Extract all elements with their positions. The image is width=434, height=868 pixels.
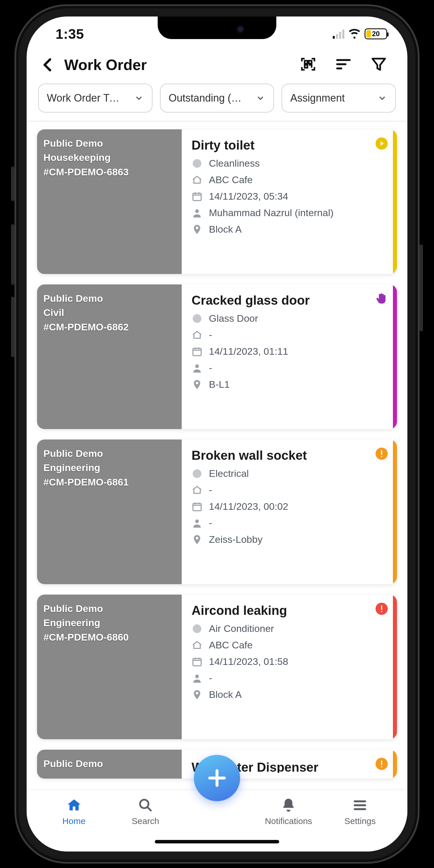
wifi-icon xyxy=(348,27,361,40)
row-location: B-L1 xyxy=(191,379,387,390)
svg-rect-2 xyxy=(305,65,308,68)
svg-rect-29 xyxy=(381,611,382,612)
row-place: - xyxy=(191,484,387,496)
overlay-line: Housekeeping xyxy=(43,151,179,165)
phone-frame: 1:35 20 Work xyxy=(14,4,420,864)
row-place: ABC Cafe xyxy=(191,174,387,185)
row-location: Block A xyxy=(191,224,387,235)
pin-icon xyxy=(191,379,203,390)
calendar-icon xyxy=(191,191,203,202)
back-button[interactable] xyxy=(40,57,56,73)
work-order-thumbnail: Public DemoCivil#CM-PDEMO-6862 xyxy=(37,284,182,429)
svg-rect-36 xyxy=(381,761,382,765)
priority-stripe xyxy=(393,129,397,274)
filter-assignment[interactable]: Assignment xyxy=(281,84,396,113)
dot-icon xyxy=(191,468,203,479)
dot-icon xyxy=(191,313,203,324)
overlay-line: Public Demo xyxy=(43,601,179,616)
work-order-title: Broken wall socket xyxy=(191,448,387,463)
plus-icon xyxy=(206,767,228,789)
tab-search[interactable]: Search xyxy=(117,797,175,826)
svg-rect-37 xyxy=(381,766,382,767)
row-datetime: 14/11/2023, 05:34 xyxy=(191,191,387,202)
filter-work-order-type[interactable]: Work Order Type xyxy=(38,84,153,113)
work-order-list[interactable]: Public DemoHousekeeping#CM-PDEMO-6863Dir… xyxy=(27,122,407,792)
svg-rect-1 xyxy=(309,61,312,64)
filter-bar: Work Order Type Outstanding (O… Assignme… xyxy=(27,83,407,122)
thumbnail-overlay: Public DemoEngineering#CM-PDEMO-6860 xyxy=(43,601,179,644)
house-icon xyxy=(191,330,203,341)
calendar-icon xyxy=(191,346,203,357)
overlay-line: Public Demo xyxy=(43,446,179,461)
tab-home[interactable]: Home xyxy=(45,797,103,826)
work-order-thumbnail: Public Demo xyxy=(37,750,182,779)
cell-signal-icon xyxy=(333,29,344,39)
tab-settings[interactable]: Settings xyxy=(331,797,389,826)
dot-icon xyxy=(191,623,203,634)
overlay-line: Public Demo xyxy=(43,136,179,151)
row-assignee: - xyxy=(191,673,387,684)
row-place: - xyxy=(191,329,387,341)
row-category: Cleanliness xyxy=(191,158,387,169)
row-location: Block A xyxy=(191,689,387,700)
status-badge-icon xyxy=(375,447,388,460)
tab-label: Settings xyxy=(344,816,376,826)
status-badge-icon xyxy=(375,137,388,150)
person-icon xyxy=(191,208,203,218)
overlay-line: #CM-PDEMO-6862 xyxy=(43,320,179,334)
work-order-card[interactable]: Public DemoEngineering#CM-PDEMO-6861Brok… xyxy=(37,439,397,584)
page-title: Work Order xyxy=(64,56,147,73)
thumbnail-overlay: Public Demo xyxy=(43,756,179,771)
svg-rect-22 xyxy=(193,503,202,510)
row-datetime: 14/11/2023, 01:11 xyxy=(191,346,387,357)
svg-rect-21 xyxy=(381,456,382,457)
tab-label: Search xyxy=(132,816,159,826)
svg-rect-28 xyxy=(381,606,382,610)
row-place: ABC Cafe xyxy=(191,640,387,651)
overlay-line: Public Demo xyxy=(43,291,179,306)
svg-point-26 xyxy=(195,519,199,523)
tab-label: Notifications xyxy=(265,816,312,826)
house-icon xyxy=(191,640,203,651)
filter-status[interactable]: Outstanding (O… xyxy=(160,84,274,113)
row-category: Glass Door xyxy=(191,313,387,324)
work-order-card[interactable]: Public DemoEngineering#CM-PDEMO-6860Airc… xyxy=(37,595,397,739)
overlay-line: #CM-PDEMO-6860 xyxy=(43,630,179,644)
work-order-thumbnail: Public DemoEngineering#CM-PDEMO-6860 xyxy=(37,595,182,739)
svg-point-40 xyxy=(140,800,148,808)
work-order-title: Dirty toilet xyxy=(191,138,387,153)
bell-icon xyxy=(281,797,296,813)
row-assignee: Muhammad Nazrul (internal) xyxy=(191,207,387,218)
home-indicator[interactable] xyxy=(155,840,279,843)
pin-icon xyxy=(191,224,203,235)
svg-point-18 xyxy=(195,364,199,368)
status-time: 1:35 xyxy=(56,26,84,42)
calendar-icon xyxy=(191,501,203,512)
home-icon xyxy=(66,797,82,813)
svg-point-34 xyxy=(195,675,199,678)
create-work-order-button[interactable] xyxy=(194,755,240,801)
row-category: Air Conditioner xyxy=(191,623,387,634)
thumbnail-overlay: Public DemoHousekeeping#CM-PDEMO-6863 xyxy=(43,136,179,179)
person-icon xyxy=(191,518,203,529)
work-order-card[interactable]: Public DemoCivil#CM-PDEMO-6862Cracked gl… xyxy=(37,284,397,429)
row-datetime: 14/11/2023, 01:58 xyxy=(191,656,387,667)
qr-scan-button[interactable] xyxy=(300,56,316,74)
status-badge-icon xyxy=(375,602,388,615)
row-assignee: - xyxy=(191,517,387,529)
overlay-line: #CM-PDEMO-6863 xyxy=(43,165,179,179)
filter-button[interactable] xyxy=(370,56,387,74)
battery-indicator: 20 xyxy=(365,28,387,39)
tab-notifications[interactable]: Notifications xyxy=(259,797,317,826)
house-icon xyxy=(191,175,203,185)
sort-button[interactable] xyxy=(335,56,352,74)
work-order-thumbnail: Public DemoEngineering#CM-PDEMO-6861 xyxy=(37,439,182,584)
svg-rect-14 xyxy=(193,348,202,355)
calendar-icon xyxy=(191,656,203,667)
work-order-card[interactable]: Public DemoHousekeeping#CM-PDEMO-6863Dir… xyxy=(37,129,397,274)
work-order-title: Cracked glass door xyxy=(191,293,387,308)
device-notch xyxy=(158,17,276,39)
svg-marker-6 xyxy=(372,59,385,70)
person-icon xyxy=(191,363,203,374)
priority-stripe xyxy=(393,595,397,739)
